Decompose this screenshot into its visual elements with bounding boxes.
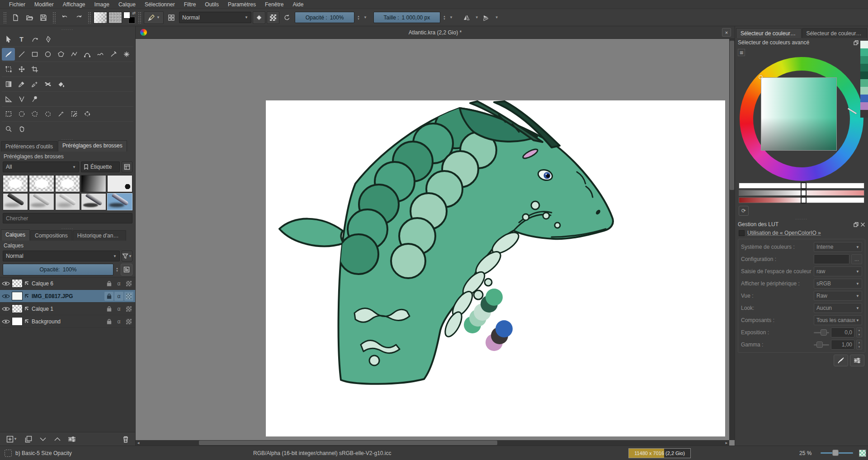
brush-search-input[interactable] — [6, 215, 129, 222]
eraser-mode-button[interactable] — [253, 11, 265, 24]
duplicate-layer-button[interactable] — [23, 434, 34, 445]
chevron-down-icon[interactable]: ▼ — [475, 15, 479, 19]
exposure-spinner[interactable]: ▲▼ — [856, 327, 862, 337]
saturation-value-square[interactable] — [761, 77, 837, 151]
toolbox-drag-handle[interactable]: ...... — [0, 26, 135, 30]
layer-row[interactable]: Calque 6 α — [0, 277, 135, 290]
size-spinner[interactable]: ▲▼ — [442, 12, 447, 23]
reload-preset-button[interactable] — [281, 11, 293, 24]
color-history-swatch[interactable] — [860, 64, 868, 71]
bezier-curve-tool[interactable] — [80, 48, 94, 61]
color-history-swatch[interactable] — [860, 41, 868, 48]
scroll-right-arrow[interactable]: ► — [724, 441, 729, 445]
layer-alpha-icon[interactable]: α — [114, 304, 123, 313]
strip-handle[interactable] — [801, 197, 807, 204]
menu-parametres[interactable]: Paramètres — [223, 0, 260, 9]
close-document-button[interactable]: × — [722, 28, 731, 37]
crop-tool[interactable] — [28, 63, 41, 76]
layer-filter-button[interactable]: ▼ — [122, 251, 132, 261]
color-history-swatch[interactable] — [860, 56, 868, 64]
tag-filter-select[interactable]: All ▼ — [3, 161, 79, 172]
brush-preset-thumbnail[interactable] — [29, 175, 54, 192]
reference-images-tool[interactable] — [28, 93, 41, 105]
redo-button[interactable] — [72, 11, 85, 24]
layer-alpha-lock-icon[interactable] — [124, 292, 133, 301]
menu-image[interactable]: Image — [90, 0, 114, 9]
dynamic-brush-tool[interactable] — [107, 48, 120, 61]
components-select[interactable]: Tous les canaux▼ — [814, 315, 862, 325]
tab-compositions[interactable]: Compositions — [30, 230, 72, 241]
line-tool[interactable] — [15, 48, 28, 61]
tab-undo-history[interactable]: Historique d'annulations — [73, 230, 126, 241]
zoom-slider[interactable] — [821, 452, 853, 454]
input-colorspace-select[interactable]: raw▼ — [814, 266, 862, 276]
selector-settings-button[interactable]: ▦ — [738, 49, 745, 56]
layer-lock-icon[interactable] — [104, 317, 113, 326]
delete-layer-button[interactable] — [120, 434, 132, 445]
gradient-chooser-button[interactable] — [94, 12, 107, 24]
brush-preset-thumbnail-selected[interactable] — [107, 193, 132, 210]
undo-button[interactable] — [58, 11, 71, 24]
scroll-left-arrow[interactable]: ◄ — [136, 441, 141, 445]
gradient-tool[interactable] — [2, 78, 15, 90]
dock-splitter[interactable]: ...... — [0, 136, 135, 140]
foreground-background-colors[interactable]: ⇄ — [123, 12, 135, 24]
layer-properties-dialog-button[interactable] — [66, 434, 78, 445]
workspace-chooser-button[interactable] — [165, 11, 178, 24]
layer-row[interactable]: Calque 1 α — [0, 303, 135, 315]
menu-fenetre[interactable]: Fenêtre — [260, 0, 288, 9]
zoom-slider-handle[interactable] — [832, 450, 839, 456]
toolbar-grip[interactable] — [3, 12, 6, 24]
toolbar-grip[interactable] — [88, 12, 91, 24]
menu-aide[interactable]: Aide — [288, 0, 308, 9]
menu-fichier[interactable]: Fichier — [5, 0, 30, 9]
multibrush-tool[interactable] — [120, 48, 133, 61]
layer-alpha-lock-icon[interactable] — [124, 304, 133, 313]
color-slider-strip[interactable] — [739, 197, 864, 203]
horizontal-scroll-handle[interactable] — [199, 441, 497, 445]
measure-tool[interactable] — [15, 93, 28, 105]
selection-display-icon[interactable] — [859, 450, 866, 457]
elliptical-select-tool[interactable] — [15, 108, 28, 120]
toolbar-grip[interactable] — [138, 12, 141, 24]
freehand-brush-tool[interactable] — [2, 48, 15, 61]
select-shapes-tool[interactable] — [2, 33, 15, 46]
tab-advanced-color-selector[interactable]: Sélecteur de couleurs a... — [736, 28, 802, 38]
tab-specific-color-selector[interactable]: Sélecteur de couleurs parti... — [802, 28, 868, 38]
polyline-tool[interactable] — [67, 48, 80, 61]
configuration-input[interactable] — [814, 254, 849, 264]
float-docker-icon[interactable] — [854, 222, 859, 227]
brush-preset-thumbnail[interactable] — [81, 175, 106, 192]
vertical-scrollbar[interactable] — [729, 39, 735, 440]
layer-lock-icon[interactable] — [104, 304, 113, 313]
dock-splitter[interactable]: ...... — [0, 225, 135, 229]
calligraphy-tool[interactable] — [41, 33, 54, 46]
magnetic-select-tool[interactable] — [80, 108, 94, 120]
blending-mode-select[interactable]: Normal ▼ — [179, 12, 251, 23]
color-history-swatch[interactable] — [860, 48, 868, 56]
transform-tool[interactable] — [2, 63, 15, 76]
current-brush-preset[interactable]: b) Basic-5 Size Opacity — [5, 450, 72, 457]
tag-button[interactable]: Étiquette — [81, 161, 120, 172]
rectangular-select-tool[interactable] — [2, 108, 15, 120]
opacity-spinner[interactable]: ▲▼ — [356, 12, 361, 23]
move-layer-down-button[interactable] — [37, 434, 49, 445]
exposure-value[interactable]: 0,0 — [831, 327, 854, 337]
rectangle-tool[interactable] — [28, 48, 41, 61]
add-layer-button[interactable]: ▼ — [4, 434, 20, 445]
chevron-down-icon[interactable]: ▼ — [495, 15, 499, 19]
pattern-chooser-button[interactable] — [108, 12, 122, 24]
brush-size-slider[interactable]: Taille : 1 000,00 px — [373, 12, 440, 23]
mirror-vertical-button[interactable] — [480, 11, 493, 24]
color-system-select[interactable]: Interne▼ — [814, 242, 862, 252]
toolbar-grip[interactable] — [52, 12, 56, 24]
configuration-browse-button[interactable]: ... — [851, 254, 862, 264]
brush-preset-thumbnail[interactable] — [107, 175, 132, 192]
foreground-color-swatch[interactable] — [123, 12, 130, 19]
mirror-horizontal-button[interactable] — [460, 11, 473, 24]
layer-alpha-icon[interactable]: α — [114, 279, 123, 288]
close-docker-icon[interactable] — [860, 222, 865, 227]
look-select[interactable]: Aucun▼ — [814, 303, 862, 313]
gamma-spinner[interactable]: ▲▼ — [856, 340, 862, 350]
color-history-reset-button[interactable]: ⟳ — [739, 206, 749, 216]
